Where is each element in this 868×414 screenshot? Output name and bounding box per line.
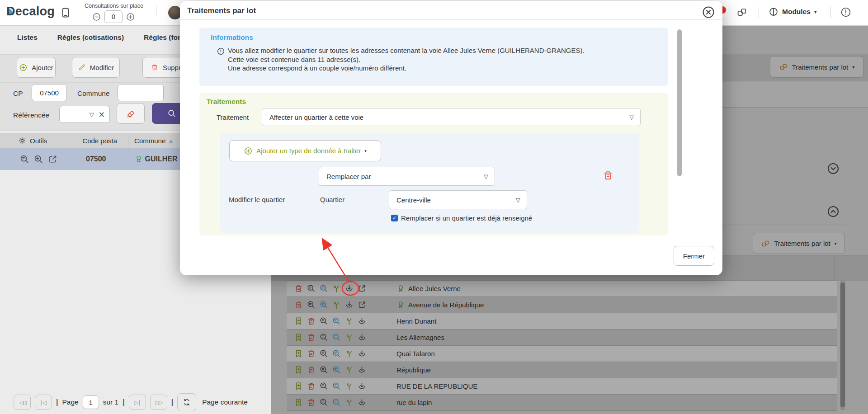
commune-header[interactable]: Commune — [134, 137, 165, 145]
trash-icon — [151, 63, 159, 71]
caret-down-icon: ▾ — [814, 9, 817, 15]
treatment-value: Affecter un quartier à cette voie — [269, 113, 363, 121]
column-divider — [128, 133, 128, 148]
consultations-count[interactable]: 0 — [104, 10, 123, 23]
add-data-type-button[interactable]: Ajouter un type de donnée à traiter ▾ — [229, 140, 381, 161]
pagination: ◁◁ |◁ | Page 1 sur 1 | ▷| ▷▷ | Page cour… — [14, 393, 248, 411]
increment-button[interactable] — [126, 12, 135, 22]
sort-asc-icon[interactable]: ▲ — [169, 138, 173, 143]
group-label: Modifier le quartier — [229, 196, 285, 203]
select-arrow-icon: ▽ — [629, 114, 634, 121]
page-label: Page — [62, 398, 78, 406]
info-line: Cette voie est contenue dans 11 adresse(… — [228, 55, 585, 64]
referencee-label: Référencée — [13, 111, 49, 119]
cp-input[interactable]: 07500 — [32, 84, 67, 101]
refresh-icon — [182, 398, 191, 407]
detail-search-icon[interactable] — [19, 154, 30, 165]
reset-filters-button[interactable] — [117, 103, 145, 124]
replace-checkbox[interactable]: ✓ — [391, 215, 398, 221]
close-icon[interactable] — [702, 5, 715, 19]
divider — [180, 242, 722, 242]
plus-icon — [19, 63, 28, 72]
consultations-label: Consultations sur place — [71, 3, 157, 9]
first-page-button[interactable]: ◁◁ — [14, 395, 31, 410]
close-button-label: Fermer — [683, 252, 705, 260]
eraser-icon — [126, 108, 136, 118]
info-box: Informations Vous allez modifier le quar… — [199, 28, 668, 86]
page-total: sur 1 — [103, 398, 118, 406]
tools-header[interactable]: Outils — [30, 137, 47, 145]
divider — [830, 7, 830, 18]
clear-icon[interactable]: × — [99, 110, 105, 119]
info-line: Vous allez modifier le quartier sur tout… — [228, 46, 585, 55]
quartier-label: Quartier — [320, 196, 344, 203]
warning-icon — [217, 47, 225, 56]
last-page-button[interactable]: ▷▷ — [150, 395, 167, 410]
modal-title: Traitements par lot — [187, 6, 256, 15]
modules-icon — [769, 7, 778, 17]
info-title: Informations — [211, 33, 253, 42]
modules-label: Modules — [782, 8, 811, 16]
remove-treatment-icon[interactable] — [602, 169, 614, 181]
postal-header[interactable]: Code posta — [82, 137, 117, 145]
select-arrow-icon: ▽ — [484, 173, 488, 180]
pencil-icon — [78, 63, 86, 71]
zoom-in-icon[interactable] — [33, 154, 44, 165]
treatment-label: Traitement — [217, 113, 249, 121]
batch-treatments-modal: Traitements par lot Informations Vous al… — [180, 1, 722, 275]
search-icon — [167, 108, 177, 118]
divider — [729, 7, 729, 18]
logo-text: Decalog — [6, 5, 55, 18]
app: Decalog Consultations sur place 0 Module… — [0, 0, 868, 414]
modify-label: Modifier — [90, 64, 114, 71]
gear-icon — [18, 136, 26, 145]
next-page-button[interactable]: ▷| — [129, 395, 146, 410]
decrement-button[interactable] — [92, 12, 101, 22]
close-button[interactable]: Fermer — [674, 246, 714, 266]
modify-button[interactable]: Modifier — [72, 57, 120, 78]
badge-icon — [134, 155, 143, 164]
add-label: Ajouter — [32, 64, 53, 71]
commune-input[interactable] — [118, 84, 164, 101]
select-arrow-icon: ▽ — [90, 111, 94, 118]
select-arrow-icon: ▽ — [516, 197, 520, 203]
batch-links-icon[interactable] — [736, 6, 748, 18]
device-icon[interactable] — [60, 7, 71, 19]
treatments-box: Traitements Traitement Affecter un quart… — [199, 93, 668, 235]
quartier-select[interactable]: Centre-ville ▽ — [389, 190, 527, 209]
divider — [759, 7, 759, 18]
modules-menu[interactable]: Modules ▾ — [769, 7, 816, 17]
page-input[interactable]: 1 — [83, 395, 99, 409]
tab-listes[interactable]: Listes — [17, 33, 38, 42]
divider: | — [56, 398, 58, 406]
row-postal: 07500 — [86, 155, 106, 163]
add-data-type-label: Ajouter un type de donnée à traiter — [256, 147, 361, 155]
info-line: Une adresse correspond à un couple voie/… — [228, 64, 585, 73]
cp-label: CP — [13, 89, 23, 98]
divider — [180, 19, 722, 19]
replace-mode-value: Remplacer par — [326, 173, 371, 180]
divider — [156, 5, 156, 16]
info-icon[interactable] — [840, 6, 852, 18]
caret-down-icon: ▾ — [364, 149, 367, 153]
treatments-title: Traitements — [207, 98, 246, 106]
replace-mode-select[interactable]: Remplacer par ▽ — [319, 167, 495, 186]
app-logo[interactable]: Decalog — [6, 5, 55, 19]
quartier-value: Centre-ville — [396, 196, 431, 204]
tab-regles-cotisations[interactable]: Règles (cotisations) — [57, 33, 124, 42]
replace-checkbox-label: Remplacer si un quartier est déjà rensei… — [401, 214, 532, 222]
commune-label: Commune — [77, 89, 110, 98]
divider: | — [123, 398, 124, 406]
referencee-select[interactable]: ▽ × — [59, 106, 110, 123]
add-button[interactable]: Ajouter — [17, 57, 56, 78]
divider: | — [171, 398, 173, 406]
prev-page-button[interactable]: |◁ — [35, 395, 52, 410]
row-commune: GUILHER — [145, 155, 178, 163]
external-link-icon[interactable] — [47, 154, 58, 165]
treatment-detail-panel: Ajouter un type de donnée à traiter ▾ Re… — [220, 133, 639, 233]
modal-scrollbar-thumb[interactable] — [677, 29, 682, 176]
plus-icon — [244, 146, 253, 155]
current-page-label: Page courante — [202, 398, 248, 406]
treatment-select[interactable]: Affecter un quartier à cette voie ▽ — [262, 108, 641, 126]
refresh-button[interactable] — [177, 393, 196, 411]
